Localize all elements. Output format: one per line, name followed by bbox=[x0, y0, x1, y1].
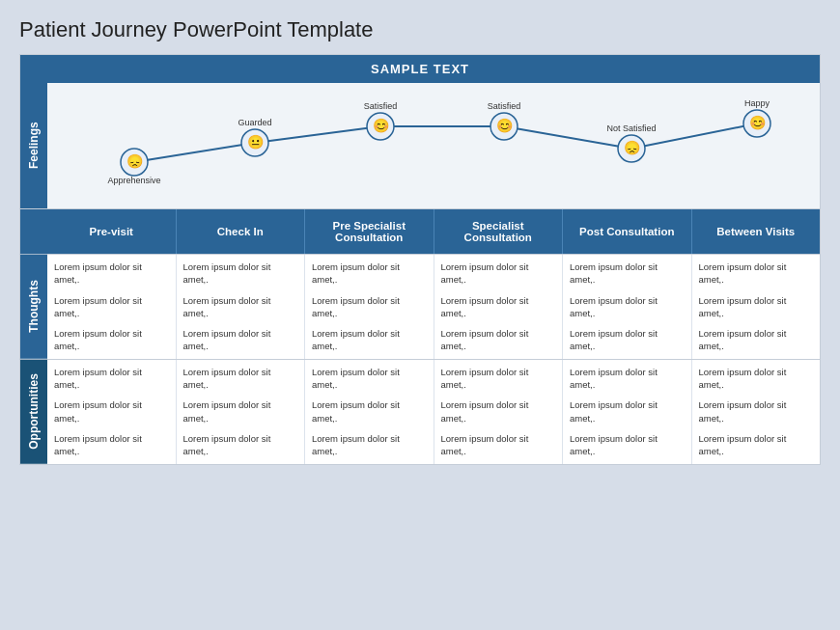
main-container: SAMPLE TEXT Feelings 😞 Apprehensive 😐 Gu… bbox=[19, 54, 821, 465]
opportunities-row: Opportunities Lorem ipsum dolor sit amet… bbox=[20, 359, 820, 464]
feelings-chart: 😞 Apprehensive 😐 Guarded 😊 Satisfied 😊 S… bbox=[47, 83, 820, 208]
header-spacer bbox=[20, 209, 47, 254]
svg-text:Guarded: Guarded bbox=[238, 118, 271, 127]
feelings-label: Feelings bbox=[20, 83, 47, 208]
thoughts-cell-3: Lorem ipsum dolor sit amet,. Lorem ipsum… bbox=[304, 255, 434, 359]
opp-cell-3: Lorem ipsum dolor sit amet,. Lorem ipsum… bbox=[304, 360, 434, 464]
svg-text:Apprehensive: Apprehensive bbox=[107, 176, 160, 185]
svg-text:Satisfied: Satisfied bbox=[364, 101, 398, 111]
col-header-post: Post Consultation bbox=[562, 209, 691, 254]
opp-cell-4: Lorem ipsum dolor sit amet,. Lorem ipsum… bbox=[434, 360, 563, 464]
svg-text:😞: 😞 bbox=[624, 140, 641, 156]
thoughts-content: Lorem ipsum dolor sit amet,. Lorem ipsum… bbox=[47, 255, 820, 359]
page-title: Patient Journey PowerPoint Template bbox=[19, 17, 821, 42]
thoughts-cell-5: Lorem ipsum dolor sit amet,. Lorem ipsum… bbox=[562, 255, 691, 359]
opp-cell-2: Lorem ipsum dolor sit amet,. Lorem ipsum… bbox=[176, 360, 305, 464]
svg-text:😊: 😊 bbox=[496, 118, 514, 134]
opportunities-content: Lorem ipsum dolor sit amet,. Lorem ipsum… bbox=[47, 360, 820, 464]
headers-row: Pre-visit Check In Pre Specialist Consul… bbox=[20, 209, 820, 254]
svg-text:😞: 😞 bbox=[126, 153, 144, 170]
col-header-specialist: Specialist Consultation bbox=[434, 209, 563, 254]
sample-text-banner: SAMPLE TEXT bbox=[20, 55, 820, 83]
headers-content: Pre-visit Check In Pre Specialist Consul… bbox=[47, 209, 820, 254]
col-header-previsit: Pre-visit bbox=[47, 209, 176, 254]
thoughts-cell-1: Lorem ipsum dolor sit amet,. Lorem ipsum… bbox=[47, 255, 176, 359]
thoughts-cell-4: Lorem ipsum dolor sit amet,. Lorem ipsum… bbox=[434, 255, 563, 359]
opp-cell-6: Lorem ipsum dolor sit amet,. Lorem ipsum… bbox=[691, 360, 821, 464]
opportunities-label: Opportunities bbox=[20, 360, 47, 464]
col-header-between: Between Visits bbox=[691, 209, 821, 254]
feelings-svg: 😞 Apprehensive 😐 Guarded 😊 Satisfied 😊 S… bbox=[47, 83, 820, 208]
thoughts-cell-2: Lorem ipsum dolor sit amet,. Lorem ipsum… bbox=[176, 255, 305, 359]
opp-cell-1: Lorem ipsum dolor sit amet,. Lorem ipsum… bbox=[47, 360, 176, 464]
svg-text:Happy: Happy bbox=[744, 98, 770, 108]
svg-text:😐: 😐 bbox=[247, 134, 265, 151]
svg-text:Not Satisfied: Not Satisfied bbox=[606, 123, 656, 133]
col-header-pre-specialist: Pre Specialist Consultation bbox=[304, 209, 434, 254]
svg-text:😊: 😊 bbox=[373, 118, 390, 134]
svg-text:Satisfied: Satisfied bbox=[488, 101, 521, 111]
feelings-row: Feelings 😞 Apprehensive 😐 Guarded 😊 Sati… bbox=[20, 83, 820, 209]
thoughts-label: Thoughts bbox=[20, 255, 47, 359]
svg-text:😊: 😊 bbox=[749, 115, 767, 131]
opp-cell-5: Lorem ipsum dolor sit amet,. Lorem ipsum… bbox=[562, 360, 691, 464]
col-header-checkin: Check In bbox=[176, 209, 305, 254]
thoughts-cell-6: Lorem ipsum dolor sit amet,. Lorem ipsum… bbox=[691, 255, 821, 359]
thoughts-row: Thoughts Lorem ipsum dolor sit amet,. Lo… bbox=[20, 254, 820, 359]
